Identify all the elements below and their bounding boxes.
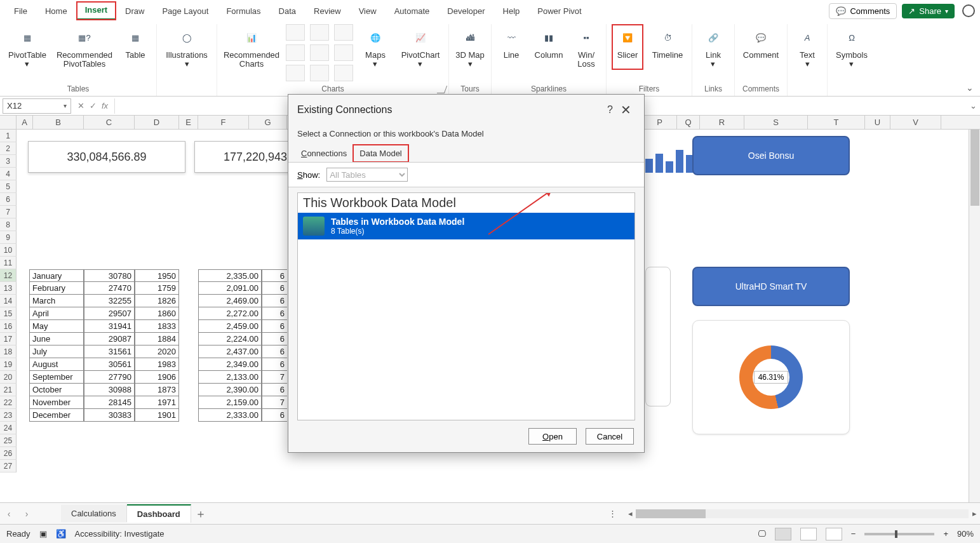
table-cell[interactable]: December [29,409,84,422]
map3d-button[interactable]: 🏙3D Map▾ [454,24,486,70]
col-Q[interactable]: Q [677,116,700,129]
row-21[interactable]: 21 [0,384,17,396]
recommended-pivottables-button[interactable]: ▦?Recommended PivotTables [55,24,114,70]
comment-button[interactable]: 💬Comment [740,24,782,70]
close-icon[interactable]: ✕ [617,101,635,119]
table-cell[interactable]: 1873 [135,384,179,396]
col-R[interactable]: R [700,116,744,129]
col-U[interactable]: U [865,116,890,129]
table-cell[interactable]: 6 [262,295,287,307]
table-cell[interactable]: 6 [262,307,287,320]
name-box[interactable]: X12 ▾ [3,98,71,114]
col-E[interactable]: E [179,116,198,129]
sparkline-line-button[interactable]: 〰Line [497,24,526,70]
table-cell[interactable]: 1759 [135,282,179,295]
table-cell[interactable]: 28145 [84,396,135,409]
col-A[interactable]: A [17,116,33,129]
row-26[interactable]: 26 [0,447,17,460]
zoom-in[interactable]: + [943,529,948,539]
tab-data-model[interactable]: Data Model [353,145,408,162]
chart-type-grid-3[interactable] [334,24,353,81]
row-9[interactable]: 9 [0,231,17,244]
row-20[interactable]: 20 [0,371,17,384]
cancel-formula-icon[interactable]: ✕ [77,101,84,111]
slicer-button-osei[interactable]: Osei Bonsu [692,136,850,175]
tab-developer[interactable]: Developer [438,3,493,20]
row-16[interactable]: 16 [0,320,17,333]
tab-insert[interactable]: Insert [76,1,116,20]
row-7[interactable]: 7 [0,206,17,218]
row-27[interactable]: 27 [0,460,17,473]
table-cell[interactable]: 2,272.00 [198,307,262,320]
table-cell[interactable]: April [29,307,84,320]
table-cell[interactable]: 27470 [84,282,135,295]
zoom-slider[interactable] [864,533,934,535]
sheet-nav-prev[interactable]: ‹ [0,509,18,519]
table-button[interactable]: ▦Table [119,24,151,70]
slicer-button-tv[interactable]: UltraHD Smart TV [692,267,850,306]
row-24[interactable]: 24 [0,422,17,434]
row-4[interactable]: 4 [0,168,17,180]
table-cell[interactable]: 1833 [135,320,179,333]
row-2[interactable]: 2 [0,142,17,155]
row-17[interactable]: 17 [0,333,17,345]
table-cell[interactable]: July [29,345,84,358]
row-25[interactable]: 25 [0,434,17,447]
table-cell[interactable]: 30383 [84,409,135,422]
list-item-data-model[interactable]: Tables in Workbook Data Model 8 Table(s) [298,213,634,239]
table-cell[interactable]: 2,133.00 [198,371,262,384]
table-cell[interactable]: January [29,269,84,282]
table-cell[interactable]: 6 [262,333,287,345]
sheet-nav-next[interactable]: › [18,509,36,519]
table-cell[interactable]: 29507 [84,307,135,320]
sparkline-column-button[interactable]: ▮▮Column [531,24,567,70]
table-cell[interactable]: 2,437.00 [198,345,262,358]
table-cell[interactable]: 1983 [135,358,179,371]
col-S[interactable]: S [744,116,808,129]
macro-icon[interactable]: ▣ [39,529,47,539]
add-sheet-button[interactable]: ＋ [191,506,210,521]
table-cell[interactable]: August [29,358,84,371]
row-18[interactable]: 18 [0,345,17,358]
user-avatar-icon[interactable] [962,4,975,17]
col-D[interactable]: D [135,116,179,129]
recommended-charts-button[interactable]: 📊Recommended Charts [222,24,281,70]
table-cell[interactable]: 31941 [84,320,135,333]
table-cell[interactable]: 1901 [135,409,179,422]
table-cell[interactable]: 2,390.00 [198,384,262,396]
chart-type-grid[interactable] [286,24,305,81]
accessibility-status[interactable]: Accessibility: Investigate [75,529,164,539]
sheet-options[interactable]: ⋮ [601,509,624,518]
timeline-button[interactable]: ⏱Timeline [648,24,687,70]
table-cell[interactable]: 32255 [84,295,135,307]
table-cell[interactable]: March [29,295,84,307]
table-cell[interactable]: 6 [262,358,287,371]
pivotchart-button[interactable]: 📈PivotChart▾ [398,24,443,70]
accessibility-icon[interactable]: ♿ [56,529,66,539]
table-cell[interactable]: 2020 [135,345,179,358]
tab-automate[interactable]: Automate [386,3,439,20]
table-cell[interactable]: 2,159.00 [198,396,262,409]
table-cell[interactable]: 1950 [135,269,179,282]
row-22[interactable]: 22 [0,396,17,409]
show-dropdown[interactable]: All Tables [326,168,408,182]
sparkline-winloss-button[interactable]: ▪▪Win/ Loss [572,24,601,70]
row-23[interactable]: 23 [0,409,17,422]
tab-data[interactable]: Data [270,3,305,20]
tab-help[interactable]: Help [494,3,529,20]
table-cell[interactable]: 7 [262,396,287,409]
table-cell[interactable]: October [29,384,84,396]
table-cell[interactable]: 30988 [84,384,135,396]
link-button[interactable]: 🔗Link▾ [697,24,729,70]
zoom-out[interactable]: − [851,529,856,539]
table-cell[interactable]: 30780 [84,269,135,282]
table-cell[interactable]: 6 [262,320,287,333]
display-settings-icon[interactable]: 🖵 [758,529,766,539]
sheet-dashboard[interactable]: Dashboard [127,504,191,523]
table-cell[interactable]: 1826 [135,295,179,307]
tab-draw[interactable]: Draw [116,3,153,20]
row-3[interactable]: 3 [0,155,17,168]
col-G[interactable]: G [249,116,287,129]
table-cell[interactable]: 1884 [135,333,179,345]
row-8[interactable]: 8 [0,218,17,231]
